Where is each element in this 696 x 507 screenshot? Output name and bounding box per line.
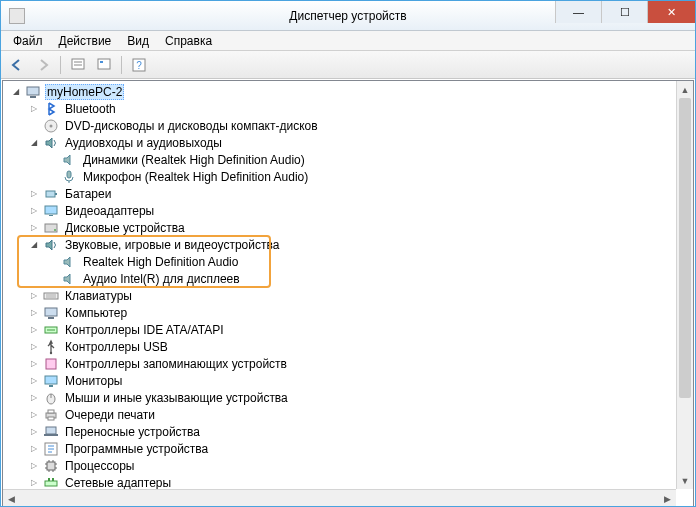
mic-icon [61, 169, 77, 185]
expand-toggle-icon[interactable] [27, 289, 41, 303]
maximize-button[interactable]: ☐ [601, 1, 647, 23]
tree-row[interactable]: Контроллеры USB [5, 338, 676, 355]
scroll-left-icon[interactable]: ◀ [3, 490, 20, 507]
forward-button[interactable] [31, 54, 55, 76]
tree-label: Дисковые устройства [63, 221, 187, 235]
expand-toggle-icon[interactable] [27, 391, 41, 405]
tree-label: Контроллеры USB [63, 340, 170, 354]
svg-rect-26 [46, 359, 56, 369]
minimize-button[interactable]: — [555, 1, 601, 23]
window-title: Диспетчер устройств [289, 9, 406, 23]
tree-row[interactable]: Компьютер [5, 304, 676, 321]
display-icon [43, 203, 59, 219]
expand-toggle-icon[interactable] [27, 204, 41, 218]
svg-rect-34 [46, 427, 56, 434]
scroll-right-icon[interactable]: ▶ [659, 490, 676, 507]
scroll-up-icon[interactable]: ▲ [677, 81, 693, 98]
scroll-track[interactable] [20, 490, 659, 506]
tree-label: Процессоры [63, 459, 137, 473]
tree-row[interactable]: Клавиатуры [5, 287, 676, 304]
tree-label: Клавиатуры [63, 289, 134, 303]
tree-label: Батареи [63, 187, 113, 201]
expand-toggle-icon[interactable] [27, 425, 41, 439]
tree-label: Видеоадаптеры [63, 204, 156, 218]
keyboard-icon [43, 288, 59, 304]
svg-text:?: ? [136, 60, 142, 71]
device-tree[interactable]: myHomePC-2BluetoothDVD-дисководы и диско… [3, 81, 676, 489]
expand-toggle-icon[interactable] [27, 459, 41, 473]
svg-rect-27 [45, 376, 57, 384]
menu-bar: Файл Действие Вид Справка [1, 31, 695, 51]
expand-toggle-icon[interactable] [27, 221, 41, 235]
expand-toggle-icon[interactable] [27, 340, 41, 354]
tree-row[interactable]: Звуковые, игровые и видеоустройства [5, 236, 676, 253]
tree-row[interactable]: Видеоадаптеры [5, 202, 676, 219]
expand-toggle-icon[interactable] [27, 476, 41, 490]
expand-toggle-icon[interactable] [27, 408, 41, 422]
menu-file[interactable]: Файл [5, 32, 51, 50]
expand-toggle-icon[interactable] [27, 442, 41, 456]
show-hidden-button[interactable] [66, 54, 90, 76]
tree-label: Сетевые адаптеры [63, 476, 173, 490]
svg-rect-46 [45, 481, 57, 486]
expand-toggle-icon[interactable] [27, 102, 41, 116]
expand-toggle-icon[interactable] [27, 187, 41, 201]
tree-row[interactable]: myHomePC-2 [5, 83, 676, 100]
svg-rect-21 [45, 308, 57, 316]
svg-rect-3 [98, 59, 110, 69]
back-button[interactable] [5, 54, 29, 76]
tree-row[interactable]: DVD-дисководы и дисководы компакт-дисков [5, 117, 676, 134]
properties-button[interactable] [92, 54, 116, 76]
horizontal-scrollbar[interactable]: ◀ ▶ [3, 489, 676, 506]
tree-row[interactable]: Контроллеры IDE ATA/ATAPI [5, 321, 676, 338]
speaker-icon [61, 152, 77, 168]
disc-icon [43, 118, 59, 134]
tree-label: Мониторы [63, 374, 124, 388]
tree-label: Аудио Intel(R) для дисплеев [81, 272, 242, 286]
menu-view[interactable]: Вид [119, 32, 157, 50]
tree-row[interactable]: Аудио Intel(R) для дисплеев [5, 270, 676, 287]
scroll-thumb[interactable] [679, 98, 691, 398]
tree-row[interactable]: Программные устройства [5, 440, 676, 457]
tree-row[interactable]: Микрофон (Realtek High Definition Audio) [5, 168, 676, 185]
tree-row[interactable]: Динамики (Realtek High Definition Audio) [5, 151, 676, 168]
help-button[interactable]: ? [127, 54, 151, 76]
close-button[interactable]: ✕ [647, 1, 695, 23]
tree-row[interactable]: Очереди печати [5, 406, 676, 423]
tree-row[interactable]: Батареи [5, 185, 676, 202]
tree-row[interactable]: Аудиовходы и аудиовыходы [5, 134, 676, 151]
menu-help[interactable]: Справка [157, 32, 220, 50]
expand-toggle-icon[interactable] [27, 306, 41, 320]
svg-rect-8 [30, 96, 36, 98]
tree-row[interactable]: Сетевые адаптеры [5, 474, 676, 489]
tree-row[interactable]: Дисковые устройства [5, 219, 676, 236]
tree-row[interactable]: Переносные устройства [5, 423, 676, 440]
scroll-down-icon[interactable]: ▼ [677, 472, 693, 489]
disk-icon [43, 220, 59, 236]
tree-label: Мыши и иные указывающие устройства [63, 391, 290, 405]
expand-toggle-icon[interactable] [27, 238, 41, 252]
vertical-scrollbar[interactable]: ▲ ▼ [676, 81, 693, 489]
tree-row[interactable]: Bluetooth [5, 100, 676, 117]
app-icon [9, 8, 25, 24]
expand-toggle-icon[interactable] [27, 374, 41, 388]
tree-row[interactable]: Процессоры [5, 457, 676, 474]
svg-rect-12 [46, 191, 55, 197]
expand-toggle-icon[interactable] [27, 357, 41, 371]
svg-rect-7 [27, 87, 39, 95]
tree-row[interactable]: Realtek High Definition Audio [5, 253, 676, 270]
tree-row[interactable]: Мыши и иные указывающие устройства [5, 389, 676, 406]
tree-label: Realtek High Definition Audio [81, 255, 240, 269]
tree-label: Контроллеры запоминающих устройств [63, 357, 289, 371]
expand-toggle-icon[interactable] [27, 136, 41, 150]
tree-label: Переносные устройства [63, 425, 202, 439]
tree-row[interactable]: Мониторы [5, 372, 676, 389]
tree-row[interactable]: Контроллеры запоминающих устройств [5, 355, 676, 372]
software-icon [43, 441, 59, 457]
expand-toggle-icon[interactable] [27, 323, 41, 337]
svg-rect-18 [44, 293, 58, 299]
svg-rect-13 [55, 193, 57, 195]
svg-rect-4 [100, 61, 103, 63]
expand-toggle-icon[interactable] [9, 85, 23, 99]
menu-action[interactable]: Действие [51, 32, 120, 50]
